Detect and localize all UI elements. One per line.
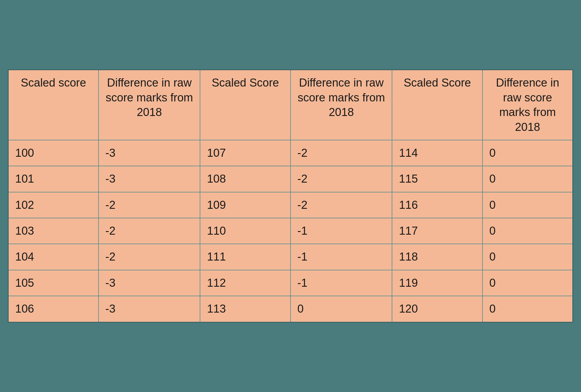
table-row: 105-3112-11190: [8, 270, 573, 296]
cell-scaled-2: 107: [200, 140, 290, 166]
cell-diff-2: 0: [290, 296, 392, 322]
cell-scaled-2: 108: [200, 166, 290, 192]
cell-scaled-2: 109: [200, 192, 290, 218]
cell-diff-3: 0: [482, 166, 573, 192]
header-diff-2: Difference in raw score marks from 2018: [290, 70, 392, 140]
cell-scaled-1: 100: [8, 140, 99, 166]
cell-scaled-3: 117: [392, 218, 482, 244]
table-row: 106-311301200: [8, 296, 573, 322]
cell-diff-3: 0: [482, 296, 573, 322]
cell-diff-1: -2: [99, 244, 200, 270]
header-diff-3: Difference in raw score marks from 2018: [482, 70, 573, 140]
cell-diff-1: -3: [99, 140, 200, 166]
cell-diff-1: -3: [99, 296, 200, 322]
cell-diff-2: -2: [290, 140, 392, 166]
cell-diff-2: -1: [290, 270, 392, 296]
header-diff-1: Difference in raw score marks from 2018: [99, 70, 200, 140]
cell-scaled-1: 104: [8, 244, 99, 270]
cell-diff-3: 0: [482, 244, 573, 270]
cell-scaled-1: 105: [8, 270, 99, 296]
cell-scaled-3: 119: [392, 270, 482, 296]
cell-diff-2: -1: [290, 218, 392, 244]
table-row: 102-2109-21160: [8, 192, 573, 218]
cell-scaled-3: 116: [392, 192, 482, 218]
cell-diff-1: -2: [99, 218, 200, 244]
header-scaled-score-1: Scaled score: [8, 70, 99, 140]
table-row: 103-2110-11170: [8, 218, 573, 244]
cell-diff-3: 0: [482, 218, 573, 244]
cell-diff-3: 0: [482, 192, 573, 218]
table-row: 101-3108-21150: [8, 166, 573, 192]
cell-scaled-3: 114: [392, 140, 482, 166]
table-row: 104-2111-11180: [8, 244, 573, 270]
cell-scaled-2: 111: [200, 244, 290, 270]
cell-scaled-3: 120: [392, 296, 482, 322]
main-container: Scaled score Difference in raw score mar…: [0, 0, 581, 392]
cell-diff-2: -1: [290, 244, 392, 270]
cell-diff-1: -3: [99, 270, 200, 296]
cell-scaled-2: 110: [200, 218, 290, 244]
cell-scaled-3: 115: [392, 166, 482, 192]
header-scaled-score-3: Scaled Score: [392, 70, 482, 140]
cell-scaled-3: 118: [392, 244, 482, 270]
cell-scaled-1: 102: [8, 192, 99, 218]
cell-scaled-2: 112: [200, 270, 290, 296]
header-scaled-score-2: Scaled Score: [200, 70, 290, 140]
cell-diff-1: -2: [99, 192, 200, 218]
cell-diff-1: -3: [99, 166, 200, 192]
table-row: 100-3107-21140: [8, 140, 573, 166]
cell-scaled-1: 101: [8, 166, 99, 192]
cell-diff-3: 0: [482, 140, 573, 166]
cell-diff-3: 0: [482, 270, 573, 296]
cell-scaled-2: 113: [200, 296, 290, 322]
cell-diff-2: -2: [290, 166, 392, 192]
cell-scaled-1: 106: [8, 296, 99, 322]
cell-scaled-1: 103: [8, 218, 99, 244]
score-table: Scaled score Difference in raw score mar…: [8, 69, 573, 322]
cell-diff-2: -2: [290, 192, 392, 218]
header-row: Scaled score Difference in raw score mar…: [8, 70, 573, 140]
